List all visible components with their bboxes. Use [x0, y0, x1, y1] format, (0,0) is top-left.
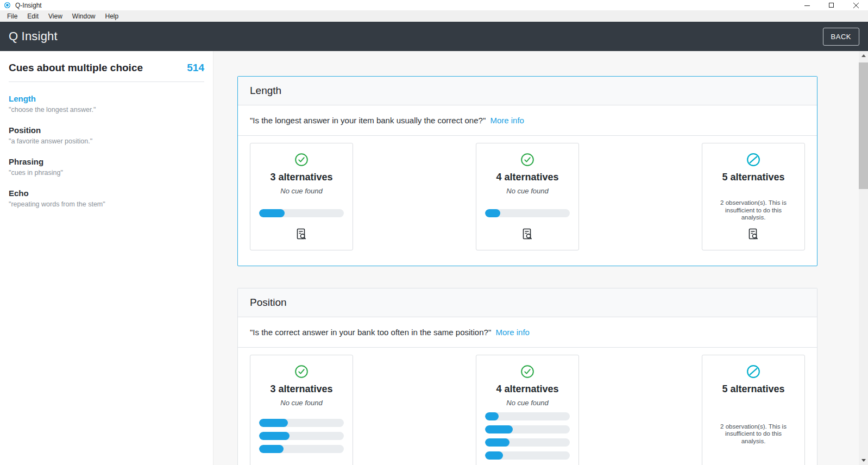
sidebar-item-label: Position [9, 125, 204, 135]
alt-card-3: 3 alternatives No cue found [250, 355, 353, 465]
scroll-down-arrow[interactable] [859, 456, 868, 465]
section-question-row: "Is the correct answer in your bank too … [238, 317, 817, 348]
app-logo-icon [4, 2, 10, 8]
no-entry-icon [746, 153, 760, 167]
sidebar-item-description: "a favorite answer position." [9, 137, 204, 145]
alt-card-title: 3 alternatives [270, 384, 332, 395]
alt-card-title: 5 alternatives [722, 384, 784, 395]
alt-card-5: 5 alternatives 2 observation(s). This is… [702, 355, 805, 465]
alt-card-title: 4 alternatives [496, 172, 558, 183]
menu-file[interactable]: File [2, 11, 22, 21]
progress-bars [485, 209, 570, 217]
alt-card-status: No cue found [280, 399, 322, 407]
page-title: Q Insight [9, 29, 58, 43]
menu-edit[interactable]: Edit [22, 11, 43, 21]
no-entry-icon [746, 365, 760, 379]
section-title: Position [238, 288, 817, 317]
sidebar-item-description: "repeating words from the stem" [9, 200, 204, 208]
question-text: "Is the correct answer in your bank too … [250, 328, 491, 337]
progress-bar [259, 445, 344, 453]
sidebar-item-length[interactable]: Length "choose the longest answer." [9, 94, 204, 114]
menu-view[interactable]: View [43, 11, 67, 21]
progress-bars [259, 209, 344, 217]
restore-button[interactable] [819, 0, 844, 10]
view-report-button[interactable] [295, 222, 307, 242]
progress-bars [259, 410, 344, 462]
alt-card-title: 5 alternatives [722, 172, 784, 183]
check-circle-icon [520, 153, 534, 167]
progress-bar [485, 451, 570, 460]
more-info-link[interactable]: More info [495, 328, 530, 337]
sidebar-item-phrasing[interactable]: Phrasing "cues in phrasing" [9, 157, 204, 177]
alt-card-4: 4 alternatives No cue found [476, 143, 579, 250]
main-panel: Length "Is the longest answer in your it… [213, 51, 859, 465]
section-length: Length "Is the longest answer in your it… [237, 76, 817, 266]
sidebar-heading: Cues about multiple choice [9, 62, 143, 74]
section-title: Length [238, 77, 817, 105]
check-circle-icon [294, 153, 309, 167]
alt-card-5: 5 alternatives 2 observation(s). This is… [702, 143, 805, 250]
menu-help[interactable]: Help [100, 11, 124, 21]
sidebar-item-echo[interactable]: Echo "repeating words from the stem" [9, 188, 204, 208]
alt-card-4: 4 alternatives No cue found [476, 355, 579, 465]
alternatives-row: 3 alternatives No cue found [238, 348, 817, 465]
alt-card-title: 4 alternatives [496, 384, 558, 395]
app-window: Q-Insight File Edit View Window Help Q I… [0, 0, 868, 465]
progress-bar [259, 419, 344, 427]
close-button[interactable] [844, 0, 868, 10]
view-report-button[interactable] [521, 462, 533, 465]
document-search-icon [521, 228, 533, 241]
sidebar-item-position[interactable]: Position "a favorite answer position." [9, 125, 204, 145]
view-report-button[interactable] [747, 462, 759, 465]
alt-card-status: No cue found [506, 399, 548, 407]
sidebar: Cues about multiple choice 514 Length "c… [0, 51, 213, 465]
sidebar-item-label: Echo [9, 188, 204, 198]
alt-card-3: 3 alternatives No cue found [250, 143, 353, 250]
document-search-icon [295, 228, 307, 241]
view-report-button[interactable] [747, 222, 759, 242]
view-report-button[interactable] [521, 222, 533, 242]
sidebar-item-description: "cues in phrasing" [9, 169, 204, 177]
progress-bars [485, 410, 570, 462]
window-title: Q-Insight [15, 2, 42, 9]
alternatives-row: 3 alternatives No cue found [238, 136, 817, 266]
content-area: Cues about multiple choice 514 Length "c… [0, 51, 868, 465]
check-circle-icon [294, 365, 309, 379]
progress-bar [485, 209, 570, 217]
scrollbar-thumb[interactable] [859, 62, 868, 189]
minimize-button[interactable] [795, 0, 819, 10]
window-controls [795, 0, 868, 10]
progress-bar [259, 209, 344, 217]
menu-bar: File Edit View Window Help [0, 10, 868, 22]
sidebar-item-description: "choose the longest answer." [9, 106, 204, 114]
view-report-button[interactable] [295, 462, 307, 465]
sidebar-heading-row: Cues about multiple choice 514 [9, 62, 204, 74]
progress-bar [485, 425, 570, 433]
insufficient-note: 2 observation(s). This is insufficient t… [719, 423, 788, 445]
progress-bar [485, 412, 570, 420]
menu-window[interactable]: Window [67, 11, 100, 21]
vertical-scrollbar[interactable] [859, 51, 868, 465]
back-button[interactable]: BACK [823, 28, 859, 46]
insufficient-note: 2 observation(s). This is insufficient t… [719, 199, 788, 222]
document-search-icon [747, 228, 759, 241]
sidebar-divider [9, 81, 204, 82]
progress-bar [259, 432, 344, 440]
progress-bar [485, 438, 570, 447]
check-circle-icon [520, 365, 534, 379]
os-titlebar: Q-Insight [0, 0, 868, 10]
section-position: Position "Is the correct answer in your … [237, 288, 817, 465]
section-question-row: "Is the longest answer in your item bank… [238, 105, 817, 136]
scroll-up-arrow[interactable] [859, 51, 868, 60]
more-info-link[interactable]: More info [490, 116, 524, 125]
question-text: "Is the longest answer in your item bank… [250, 116, 486, 125]
restore-icon [829, 3, 834, 8]
alt-card-status: No cue found [280, 187, 322, 195]
sidebar-item-label: Length [9, 94, 204, 103]
close-icon [853, 3, 859, 8]
alt-card-title: 3 alternatives [270, 172, 332, 183]
cue-count-badge: 514 [187, 62, 204, 74]
sidebar-item-label: Phrasing [9, 157, 204, 166]
alt-card-status: No cue found [506, 187, 548, 195]
app-header: Q Insight BACK [0, 22, 868, 51]
